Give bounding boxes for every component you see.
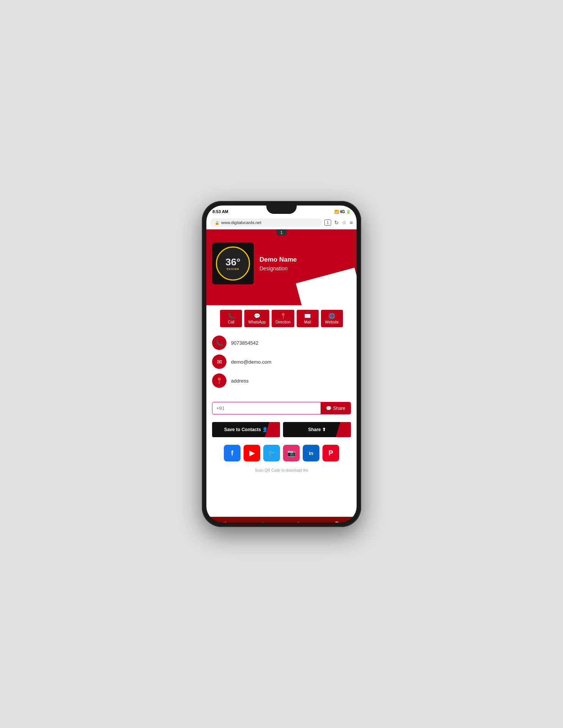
save-contacts-label: Save to Contacts 👤 [224, 427, 268, 432]
signal-icon: 📶 [334, 210, 339, 214]
bottom-nav: 🏠 Home 💼 About Us ✏️ Product & Services … [206, 517, 357, 522]
bookmark-icon[interactable]: ☆ [342, 220, 347, 226]
twitter-icon[interactable]: 🐦 [263, 445, 280, 461]
youtube-icon[interactable]: ▶ [244, 445, 260, 461]
phone-contact-item: 📞 9073854542 [212, 336, 351, 350]
nav-products[interactable]: ✏️ Product & Services [282, 517, 319, 522]
hero-section: 1 36° DESIGN Demo Name Designation [206, 229, 357, 305]
facebook-icon[interactable]: f [224, 445, 241, 461]
website-icon: 🌐 [329, 313, 335, 319]
nav-shop[interactable]: 🏪 Shop On [319, 517, 357, 522]
status-time: 8:53 AM [212, 209, 228, 214]
contact-section: 📞 9073854542 ✉ demo@demo.com 📍 address [206, 332, 357, 398]
shop-icon: 🏪 [335, 521, 341, 523]
social-icons-section: f ▶ 🐦 📷 in P [206, 441, 357, 465]
url-text: www.digitalvcards.net [221, 220, 261, 225]
browser-icons: 1 ↻ ☆ ≡ [324, 220, 353, 226]
pinterest-icon[interactable]: P [322, 445, 339, 461]
address-text[interactable]: address [231, 378, 248, 384]
whatsapp-label: WhatsApp [248, 320, 266, 324]
phone-number[interactable]: 9073854542 [231, 340, 258, 346]
email-contact-icon: ✉ [212, 355, 226, 369]
whatsapp-button[interactable]: 💬 WhatsApp [244, 310, 269, 327]
share-btn-label: Share [333, 406, 345, 411]
hero-text: Demo Name Designation [259, 256, 297, 271]
save-to-contacts-button[interactable]: Save to Contacts 👤 [212, 422, 280, 437]
phone-frame: 8:53 AM 📶 4G 🔋 🔒 www.digitalvcards.net 1… [202, 201, 361, 527]
about-icon: 💼 [259, 521, 266, 523]
menu-icon[interactable]: ≡ [350, 220, 353, 226]
nav-home[interactable]: 🏠 Home [206, 517, 244, 522]
mail-button[interactable]: ✉️ Mail [297, 310, 319, 327]
share-card-label: Share ⬆ [308, 427, 326, 432]
logo-circle: 36° DESIGN [216, 246, 250, 281]
lock-icon: 🔒 [215, 221, 219, 225]
products-icon: ✏️ [297, 522, 304, 523]
refresh-icon[interactable]: ↻ [334, 220, 339, 226]
network-type: 4G [340, 210, 345, 214]
contact-designation: Designation [259, 265, 297, 271]
action-buttons-row: 📞 Call 💬 WhatsApp 📍 Direction ✉️ Mail 🌐 [206, 305, 357, 332]
address-contact-icon: 📍 [212, 373, 226, 388]
share-section: 💬 Share [206, 398, 357, 418]
logo-text: 36° [225, 257, 240, 267]
whatsapp-icon: 💬 [254, 313, 260, 319]
linkedin-icon[interactable]: in [303, 445, 319, 461]
instagram-icon[interactable]: 📷 [283, 445, 300, 461]
phone-contact-icon: 📞 [212, 336, 226, 350]
scroll-hint: Scan QR Code to download the [206, 465, 357, 475]
nav-about[interactable]: 💼 About Us [244, 517, 282, 522]
address-contact-item: 📍 address [212, 373, 351, 388]
mail-label: Mail [304, 320, 311, 324]
phone-share-input[interactable] [212, 402, 321, 414]
website-button[interactable]: 🌐 Website [321, 310, 343, 327]
share-via-whatsapp-button[interactable]: 💬 Share [321, 402, 351, 414]
share-card-button[interactable]: Share ⬆ [283, 422, 351, 437]
call-label: Call [228, 320, 234, 324]
browser-tab-indicator: 1 [277, 229, 286, 236]
save-share-row: Save to Contacts 👤 Share ⬆ [206, 418, 357, 441]
logo-box: 36° DESIGN [212, 243, 254, 284]
share-input-row: 💬 Share [212, 402, 351, 414]
call-button[interactable]: 📞 Call [220, 310, 242, 327]
website-label: Website [325, 320, 339, 324]
direction-button[interactable]: 📍 Direction [272, 310, 294, 327]
call-icon: 📞 [228, 313, 234, 319]
email-address[interactable]: demo@demo.com [231, 359, 271, 365]
phone-screen: 8:53 AM 📶 4G 🔋 🔒 www.digitalvcards.net 1… [206, 206, 357, 522]
share-whatsapp-icon: 💬 [326, 406, 332, 411]
email-contact-item: ✉ demo@demo.com [212, 355, 351, 369]
tab-count: 1 [324, 220, 331, 226]
direction-icon: 📍 [280, 313, 286, 319]
direction-label: Direction [275, 320, 290, 324]
mail-icon: ✉️ [304, 313, 311, 319]
browser-bar: 🔒 www.digitalvcards.net 1 ↻ ☆ ≡ [206, 216, 357, 229]
contact-name: Demo Name [259, 256, 297, 264]
phone-notch [266, 206, 297, 214]
logo-sub: DESIGN [225, 268, 240, 270]
content-area: 1 36° DESIGN Demo Name Designation [206, 229, 357, 517]
hero-content: 36° DESIGN Demo Name Designation [212, 243, 351, 284]
home-icon: 🏠 [222, 521, 228, 523]
battery-icon: 🔋 [346, 210, 351, 214]
url-bar[interactable]: 🔒 www.digitalvcards.net [210, 218, 322, 227]
